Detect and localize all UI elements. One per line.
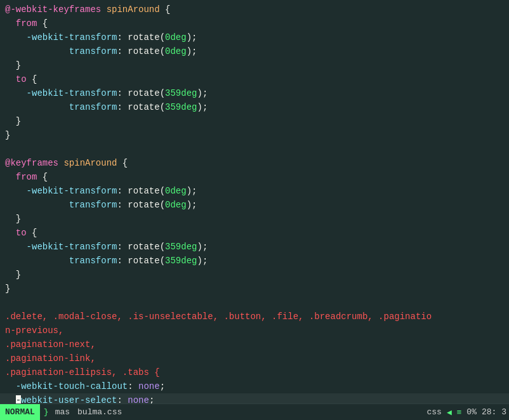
code-line: }: [0, 268, 509, 282]
code-line: }: [0, 212, 509, 226]
code-line: -webkit-user-select: none;: [0, 393, 509, 404]
code-line: -webkit-transform: rotate(359deg);: [0, 86, 509, 100]
code-line: [0, 142, 509, 156]
code-line: }: [0, 128, 509, 142]
code-line: from {: [0, 16, 509, 30]
statusbar-filetype: css: [427, 407, 442, 417]
statusbar-scroll-icon: ◀ ≡: [447, 407, 461, 417]
code-line: -webkit-transform: rotate(0deg);: [0, 30, 509, 44]
code-line: [0, 296, 509, 310]
statusbar: NORMAL } mas bulma.css css ◀ ≡ 0% 28: 3: [0, 404, 509, 420]
statusbar-position: 28: 3: [482, 407, 506, 417]
code-line: transform: rotate(359deg);: [0, 254, 509, 268]
code-line: .delete, .modal-close, .is-unselectable,…: [0, 310, 509, 324]
code-line: to {: [0, 72, 509, 86]
statusbar-icon: }: [40, 407, 53, 417]
statusbar-percent: 0%: [466, 407, 477, 417]
code-line: .pagination-link,: [0, 351, 509, 365]
code-line: }: [0, 58, 509, 72]
code-line: to {: [0, 226, 509, 240]
code-line: transform: rotate(359deg);: [0, 100, 509, 114]
code-line: -webkit-touch-callout: none;: [0, 379, 509, 393]
code-line: }: [0, 114, 509, 128]
code-editor: @-webkit-keyframes spinAround { from { -…: [0, 0, 509, 404]
code-line: transform: rotate(0deg);: [0, 44, 509, 58]
statusbar-right: css ◀ ≡ 0% 28: 3: [427, 407, 509, 417]
code-line: @keyframes spinAround {: [0, 156, 509, 170]
mode-badge: NORMAL: [0, 404, 40, 421]
statusbar-file: bulma.css: [72, 407, 127, 417]
code-line: -webkit-transform: rotate(359deg);: [0, 240, 509, 254]
statusbar-branch: mas: [53, 407, 72, 417]
code-line: -webkit-transform: rotate(0deg);: [0, 184, 509, 198]
code-line: @-webkit-keyframes spinAround {: [0, 3, 509, 16]
code-line: }: [0, 282, 509, 296]
code-line: .pagination-ellipsis, .tabs {: [0, 365, 509, 379]
code-line: from {: [0, 170, 509, 184]
code-line: .pagination-next,: [0, 338, 509, 351]
code-line: transform: rotate(0deg);: [0, 198, 509, 212]
code-line: n-previous,: [0, 324, 509, 338]
